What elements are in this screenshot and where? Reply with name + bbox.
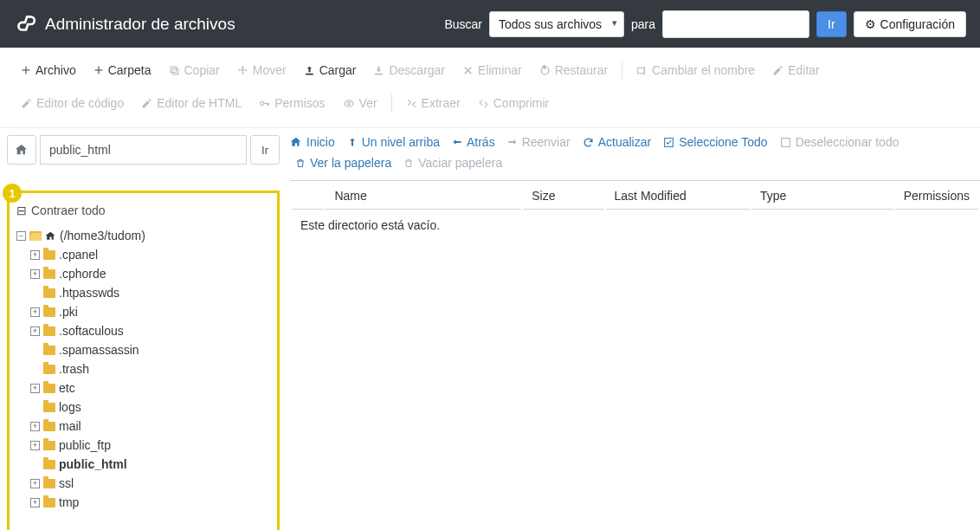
search-input[interactable] <box>662 10 809 38</box>
search-scope-select[interactable]: Todos sus archivos <box>489 11 624 37</box>
tree-node[interactable]: +etc <box>16 378 272 398</box>
deselect-action[interactable]: Deseleccionar todo <box>780 135 899 149</box>
plus-icon <box>21 65 31 75</box>
check-icon <box>663 137 674 148</box>
upload-button[interactable]: Cargar <box>295 56 365 84</box>
tree-node[interactable]: +ssl <box>16 474 272 493</box>
config-button[interactable]: ⚙ Configuración <box>854 11 966 37</box>
refresh-action[interactable]: Actualizar <box>583 135 651 149</box>
folder-icon <box>43 365 55 374</box>
folder-icon <box>43 479 55 488</box>
tree-node[interactable]: .spamassassin <box>16 340 272 359</box>
home-action[interactable]: Inicio <box>290 135 335 149</box>
tree-node[interactable]: +.cphorde <box>16 264 272 283</box>
expand-toggle[interactable]: + <box>30 269 40 279</box>
expand-toggle[interactable]: + <box>30 384 40 393</box>
up-action[interactable]: Un nivel arriba <box>347 135 440 149</box>
view-button: Ver <box>334 89 386 117</box>
svg-rect-2 <box>638 68 645 74</box>
search-go-button[interactable]: Ir <box>816 11 847 37</box>
gear-icon: ⚙ <box>865 17 876 31</box>
expand-toggle[interactable]: + <box>30 498 40 507</box>
search-label: Buscar <box>444 17 482 31</box>
collapse-all-button[interactable]: ⊟ Contraer todo <box>16 202 272 226</box>
refresh-icon <box>583 137 594 148</box>
code-editor-button: Editor de código <box>12 89 132 117</box>
folder-icon <box>43 403 55 412</box>
expand-toggle[interactable]: + <box>30 250 40 260</box>
svg-rect-6 <box>781 138 790 146</box>
col-name[interactable]: Name <box>326 183 521 210</box>
expand-toggle[interactable]: − <box>16 231 26 241</box>
home-icon <box>45 230 56 242</box>
tree-node[interactable]: +.pki <box>16 302 272 321</box>
folder-icon <box>43 269 55 279</box>
col-size[interactable]: Size <box>523 183 603 210</box>
folder-tree-container: 1 ⊟ Contraer todo − (/home3/tudom) +.cpa… <box>7 191 280 530</box>
view-trash-action[interactable]: Ver la papelera <box>295 156 391 170</box>
compress-button: Comprimir <box>469 89 558 117</box>
expand-toggle[interactable]: + <box>30 479 40 488</box>
app-logo: Administrador de archivos <box>14 13 235 36</box>
file-table: Name Size Last Modified Type Permissions… <box>290 180 980 241</box>
extract-button: Extraer <box>397 89 469 117</box>
svg-rect-1 <box>171 67 177 73</box>
expand-toggle[interactable]: + <box>30 307 40 317</box>
download-button: Descargar <box>364 56 454 84</box>
upload-icon <box>304 65 315 76</box>
tree-node[interactable]: +tmp <box>16 493 272 512</box>
svg-point-3 <box>261 101 264 105</box>
file-button[interactable]: Archivo <box>12 56 85 84</box>
folder-icon <box>43 422 55 431</box>
restore-icon <box>539 65 551 76</box>
path-go-button[interactable]: Ir <box>250 135 280 165</box>
folder-icon <box>43 288 55 298</box>
tree-node[interactable]: .htpasswds <box>16 283 272 302</box>
tree-node[interactable]: +.cpanel <box>16 245 272 264</box>
tree-root[interactable]: − (/home3/tudom) <box>16 226 272 245</box>
delete-button: Eliminar <box>454 56 531 84</box>
key-icon <box>259 98 270 109</box>
col-permissions[interactable]: Permissions <box>895 183 978 210</box>
tree-node[interactable]: +.softaculous <box>16 321 272 340</box>
folder-icon <box>43 460 55 469</box>
expand-toggle[interactable]: + <box>30 441 40 450</box>
folder-icon <box>43 346 55 355</box>
tree-node[interactable]: public_html <box>16 455 272 474</box>
for-label: para <box>631 17 655 31</box>
svg-point-4 <box>347 101 350 104</box>
back-action[interactable]: Atrás <box>452 135 495 149</box>
expand-toggle[interactable]: + <box>30 422 40 431</box>
trash-icon <box>295 158 306 169</box>
edit-icon <box>21 98 32 109</box>
header-search: Buscar Todos sus archivos para Ir ⚙ Conf… <box>444 10 966 38</box>
extract-icon <box>406 98 417 109</box>
folder-icon <box>43 498 55 507</box>
forward-action[interactable]: Reenviar <box>507 135 571 149</box>
toolbar: ArchivoCarpetaCopiarMoverCargarDescargar… <box>0 48 980 128</box>
tree-node[interactable]: +public_ftp <box>16 436 272 455</box>
right-column: InicioUn nivel arribaAtrásReenviarActual… <box>280 128 980 530</box>
home-button[interactable] <box>7 135 36 165</box>
edit-icon <box>772 65 783 76</box>
eye-icon <box>343 98 355 109</box>
app-title: Administrador de archivos <box>45 15 235 34</box>
move-button: Mover <box>229 56 295 84</box>
folder-icon <box>43 250 55 260</box>
folder-open-icon <box>29 231 42 241</box>
col-type[interactable]: Type <box>751 183 893 210</box>
empty-trash-action[interactable]: Vaciar papelera <box>403 156 502 170</box>
tree-node[interactable]: +mail <box>16 417 272 436</box>
rename-button: Cambiar el nombre <box>628 56 764 84</box>
expand-toggle[interactable]: + <box>30 326 40 336</box>
empty-row: Este directorio está vacío. <box>292 211 978 239</box>
header-bar: Administrador de archivos Buscar Todos s… <box>0 0 980 48</box>
col-modified[interactable]: Last Modified <box>606 183 751 210</box>
folder-button[interactable]: Carpeta <box>85 56 160 84</box>
path-input[interactable] <box>40 135 247 165</box>
select-all-action[interactable]: Seleccione Todo <box>663 135 767 149</box>
tree-node[interactable]: logs <box>16 398 272 417</box>
edit-icon <box>141 98 152 109</box>
restore-button: Restaurar <box>531 56 616 84</box>
tree-node[interactable]: .trash <box>16 359 272 378</box>
